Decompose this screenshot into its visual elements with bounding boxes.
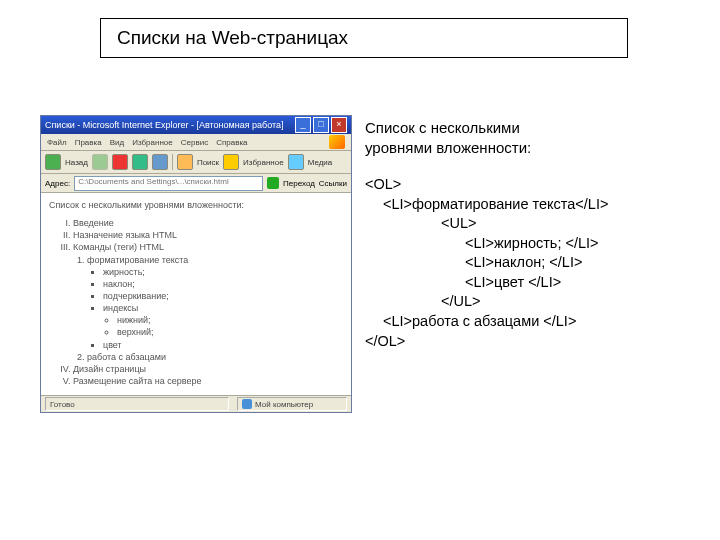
maximize-icon[interactable]: □ xyxy=(313,117,329,133)
list-item: форматирование текста жирность; наклон; … xyxy=(87,254,343,351)
sub-list: форматирование текста жирность; наклон; … xyxy=(87,254,343,363)
ie-logo-icon xyxy=(329,135,345,149)
toolbar: Назад Поиск Избранное Медиа xyxy=(41,151,351,174)
go-label[interactable]: Переход xyxy=(283,179,315,188)
code-line: <LI>работа с абзацами </LI> xyxy=(383,313,576,329)
address-input[interactable]: C:\Documents and Settings\...\списки.htm… xyxy=(74,176,263,191)
list-item: Введение xyxy=(73,217,343,229)
forward-icon[interactable] xyxy=(92,154,108,170)
code-line: <LI>жирность; </LI> xyxy=(465,235,599,251)
list-item: Назначение языка HTML xyxy=(73,229,343,241)
links-label[interactable]: Ссылки xyxy=(319,179,347,188)
code-block: <OL> <LI>форматирование текста</LI> <UL>… xyxy=(365,175,685,351)
refresh-icon[interactable] xyxy=(132,154,148,170)
menu-help[interactable]: Справка xyxy=(216,138,247,147)
list-item: Команды (теги) HTML форматирование текст… xyxy=(73,241,343,362)
page-content: Список с несколькими уровнями вложенност… xyxy=(41,193,351,395)
go-icon[interactable] xyxy=(267,177,279,189)
code-line: </UL> xyxy=(441,293,481,309)
favorites-label[interactable]: Избранное xyxy=(243,158,284,167)
list-item: жирность; xyxy=(103,266,343,278)
window-title: Списки - Microsoft Internet Explorer - [… xyxy=(45,120,293,130)
menu-edit[interactable]: Правка xyxy=(75,138,102,147)
back-label[interactable]: Назад xyxy=(65,158,88,167)
menu-tools[interactable]: Сервис xyxy=(181,138,208,147)
address-label: Адрес: xyxy=(45,179,70,188)
list-item: подчеркивание; xyxy=(103,290,343,302)
outer-list: Введение Назначение языка HTML Команды (… xyxy=(73,217,343,387)
menu-favorites[interactable]: Избранное xyxy=(132,138,173,147)
browser-titlebar: Списки - Microsoft Internet Explorer - [… xyxy=(41,116,351,134)
minimize-icon[interactable]: _ xyxy=(295,117,311,133)
code-line: <LI>цвет </LI> xyxy=(465,274,561,290)
list-item: Дизайн страницы xyxy=(73,363,343,375)
menu-file[interactable]: Файл xyxy=(47,138,67,147)
browser-window: Списки - Microsoft Internet Explorer - [… xyxy=(40,115,352,413)
right-column: Список с несколькими уровнями вложенност… xyxy=(365,118,685,351)
status-zone: Мой компьютер xyxy=(237,397,347,411)
menu-view[interactable]: Вид xyxy=(110,138,124,147)
code-line: </OL> xyxy=(365,333,405,349)
heading-line1: Список с несколькими xyxy=(365,119,520,136)
bullet-sublist: нижний; верхний; xyxy=(117,314,343,338)
list-item: индексы нижний; верхний; xyxy=(103,302,343,338)
close-icon[interactable]: × xyxy=(331,117,347,133)
list-item: верхний; xyxy=(117,326,343,338)
list-item: наклон; xyxy=(103,278,343,290)
home-icon[interactable] xyxy=(152,154,168,170)
back-icon[interactable] xyxy=(45,154,61,170)
list-item: работа с абзацами xyxy=(87,351,343,363)
bullet-list: жирность; наклон; подчеркивание; индексы… xyxy=(103,266,343,351)
search-label[interactable]: Поиск xyxy=(197,158,219,167)
status-done: Готово xyxy=(45,397,229,411)
list-item: цвет xyxy=(103,339,343,351)
search-icon[interactable] xyxy=(177,154,193,170)
slide-title-bar: Списки на Web-страницах xyxy=(100,18,628,58)
list-item: Размещение сайта на сервере xyxy=(73,375,343,387)
list-item: нижний; xyxy=(117,314,343,326)
code-line: <LI>наклон; </LI> xyxy=(465,254,582,270)
code-line: <LI>форматирование текста</LI> xyxy=(383,196,608,212)
page-heading: Список с несколькими уровнями вложенност… xyxy=(49,199,343,211)
code-line: <UL> xyxy=(441,215,476,231)
heading-line2: уровнями вложенности: xyxy=(365,139,531,156)
favorites-icon[interactable] xyxy=(223,154,239,170)
status-bar: Готово Мой компьютер xyxy=(41,395,351,412)
stop-icon[interactable] xyxy=(112,154,128,170)
menu-bar: Файл Правка Вид Избранное Сервис Справка xyxy=(41,134,351,151)
media-label[interactable]: Медиа xyxy=(308,158,333,167)
computer-icon xyxy=(242,399,252,409)
media-icon[interactable] xyxy=(288,154,304,170)
address-bar: Адрес: C:\Documents and Settings\...\спи… xyxy=(41,174,351,193)
slide-title: Списки на Web-страницах xyxy=(117,27,348,49)
right-heading: Список с несколькими уровнями вложенност… xyxy=(365,118,685,157)
code-line: <OL> xyxy=(365,176,401,192)
